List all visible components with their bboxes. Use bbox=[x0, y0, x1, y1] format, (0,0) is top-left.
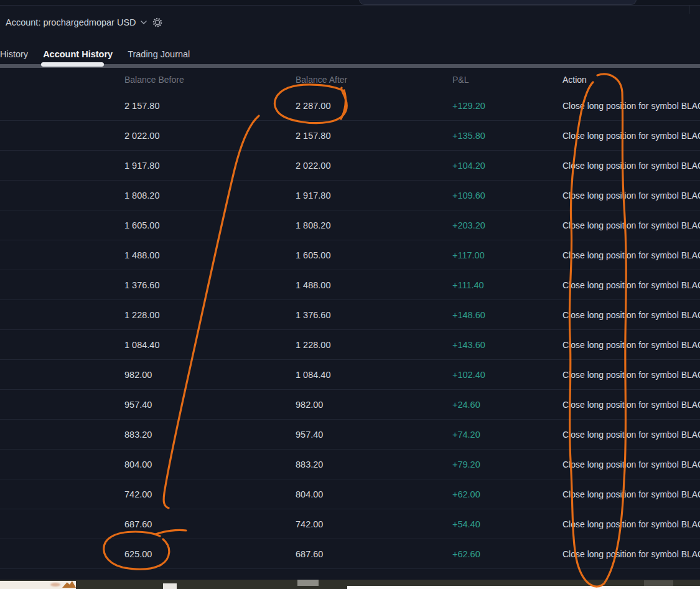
active-tab-indicator bbox=[41, 62, 104, 67]
column-header-action: Action bbox=[562, 75, 700, 85]
column-header-balance-before: Balance Before bbox=[124, 75, 296, 85]
chevron-down-icon bbox=[141, 21, 147, 24]
cell-action: Close long position for symbol BLAC bbox=[562, 161, 700, 171]
account-selector-label: Account: prochargedmopar USD bbox=[6, 17, 136, 27]
cell-balance-before: 1 917.80 bbox=[124, 161, 296, 171]
cell-balance-after: 982.00 bbox=[296, 400, 452, 410]
cell-balance-before: 2 157.80 bbox=[124, 101, 296, 111]
background-patch-gray bbox=[297, 580, 319, 586]
cell-balance-after: 2 157.80 bbox=[296, 131, 452, 141]
table-row: 1 376.601 488.00+111.40Close long positi… bbox=[0, 270, 700, 300]
table-row: 982.001 084.40+102.40Close long position… bbox=[0, 360, 700, 390]
cell-balance-before: 957.40 bbox=[124, 400, 296, 410]
cell-pnl: +109.60 bbox=[452, 191, 562, 200]
account-selector[interactable]: Account: prochargedmopar USD bbox=[6, 17, 147, 27]
cell-action: Close long position for symbol BLAC bbox=[562, 519, 700, 529]
table-row: 1 228.001 376.60+148.60Close long positi… bbox=[0, 300, 700, 330]
table-row: 687.60742.00+54.40Close long position fo… bbox=[0, 509, 700, 539]
cell-balance-after: 742.00 bbox=[296, 519, 452, 529]
cell-balance-after: 687.60 bbox=[296, 549, 452, 559]
cell-action: Close long position for symbol BLAC bbox=[562, 430, 700, 440]
cell-balance-before: 883.20 bbox=[124, 430, 296, 440]
column-header-balance-after: Balance After bbox=[296, 75, 452, 85]
cell-pnl: +135.80 bbox=[452, 131, 562, 141]
cell-balance-after: 1 376.60 bbox=[296, 310, 452, 320]
cell-pnl: +62.60 bbox=[452, 549, 562, 559]
table-header: Balance Before Balance After P&L Action bbox=[0, 68, 700, 91]
table-row: 1 084.401 228.00+143.60Close long positi… bbox=[0, 330, 700, 360]
table-row: 2 157.802 287.00+129.20Close long positi… bbox=[0, 91, 700, 121]
table-row: 625.00687.60+62.60Close long position fo… bbox=[0, 539, 700, 569]
cell-pnl: +62.00 bbox=[452, 489, 562, 499]
table-row: 804.00883.20+79.20Close long position fo… bbox=[0, 450, 700, 479]
cell-pnl: +203.20 bbox=[452, 220, 562, 230]
gear-icon bbox=[152, 17, 163, 28]
background-strip-white bbox=[347, 586, 700, 589]
cell-action: Close long position for symbol BLAC bbox=[562, 101, 700, 111]
cell-balance-after: 1 917.80 bbox=[296, 191, 452, 200]
cell-action: Close long position for symbol BLAC bbox=[562, 400, 700, 410]
cell-pnl: +74.20 bbox=[452, 430, 562, 440]
cell-action: Close long position for symbol BLAC bbox=[562, 250, 700, 260]
cell-balance-after: 1 488.00 bbox=[296, 280, 452, 290]
toolbar-bottom-sliver bbox=[359, 0, 637, 5]
cell-pnl: +24.60 bbox=[452, 400, 562, 410]
background-strip-cream bbox=[0, 581, 76, 589]
horizontal-scrollbar[interactable] bbox=[0, 64, 700, 68]
cell-action: Close long position for symbol BLAC bbox=[562, 310, 700, 320]
cell-balance-before: 2 022.00 bbox=[124, 131, 296, 141]
cell-action: Close long position for symbol BLAC bbox=[562, 340, 700, 350]
cell-pnl: +117.00 bbox=[452, 250, 562, 260]
account-history-table: 2 157.802 287.00+129.20Close long positi… bbox=[0, 91, 700, 569]
cell-balance-after: 804.00 bbox=[296, 489, 452, 499]
cell-action: Close long position for symbol BLAC bbox=[562, 280, 700, 290]
cell-balance-before: 982.00 bbox=[124, 370, 296, 380]
background-patch-gray-2 bbox=[644, 580, 673, 586]
table-row: 1 488.001 605.00+117.00Close long positi… bbox=[0, 240, 700, 270]
cell-pnl: +143.60 bbox=[452, 340, 562, 350]
cell-balance-after: 1 808.20 bbox=[296, 220, 452, 230]
cell-balance-before: 1 605.00 bbox=[124, 220, 296, 230]
cell-balance-before: 1 808.20 bbox=[124, 191, 296, 200]
cell-pnl: +111.40 bbox=[452, 280, 562, 290]
account-settings-button[interactable] bbox=[152, 17, 163, 28]
bottom-panel-tabs: History Account History Trading Journal bbox=[0, 45, 190, 64]
cell-balance-before: 1 488.00 bbox=[124, 250, 296, 260]
thumbnail-smudge bbox=[50, 583, 60, 587]
column-header-pnl: P&L bbox=[452, 75, 562, 85]
cell-balance-before: 1 228.00 bbox=[124, 310, 296, 320]
cell-pnl: +104.20 bbox=[452, 161, 562, 171]
cell-pnl: +54.40 bbox=[452, 519, 562, 529]
tab-trading-journal[interactable]: Trading Journal bbox=[128, 49, 190, 59]
cell-balance-before: 1 084.40 bbox=[124, 340, 296, 350]
cell-balance-before: 625.00 bbox=[124, 549, 296, 559]
cell-balance-after: 2 022.00 bbox=[296, 161, 452, 171]
cell-balance-after: 1 228.00 bbox=[296, 340, 452, 350]
cell-balance-after: 1 605.00 bbox=[296, 250, 452, 260]
cell-balance-after: 883.20 bbox=[296, 459, 452, 469]
cell-action: Close long position for symbol BLAC bbox=[562, 549, 700, 559]
trading-panel: { "account_bar": { "label": "Account: pr… bbox=[0, 0, 700, 589]
cell-pnl: +148.60 bbox=[452, 310, 562, 320]
cell-balance-before: 804.00 bbox=[124, 459, 296, 469]
cell-balance-before: 687.60 bbox=[124, 519, 296, 529]
cell-balance-after: 2 287.00 bbox=[296, 101, 452, 111]
cell-pnl: +79.20 bbox=[452, 459, 562, 469]
tab-account-history[interactable]: Account History bbox=[43, 49, 113, 59]
table-row: 1 917.802 022.00+104.20Close long positi… bbox=[0, 151, 700, 181]
tab-history[interactable]: History bbox=[0, 49, 28, 59]
cell-action: Close long position for symbol BLAC bbox=[562, 459, 700, 469]
cell-balance-before: 742.00 bbox=[124, 489, 296, 499]
table-row: 883.20957.40+74.20Close long position fo… bbox=[0, 420, 700, 450]
table-row: 2 022.002 157.80+135.80Close long positi… bbox=[0, 121, 700, 151]
cell-pnl: +129.20 bbox=[452, 101, 562, 111]
cell-balance-after: 1 084.40 bbox=[296, 370, 452, 380]
cell-pnl: +102.40 bbox=[452, 370, 562, 380]
background-patch-white bbox=[163, 583, 177, 589]
cell-action: Close long position for symbol BLAC bbox=[562, 220, 700, 230]
table-row: 1 605.001 808.20+203.20Close long positi… bbox=[0, 210, 700, 240]
cell-action: Close long position for symbol BLAC bbox=[562, 131, 700, 141]
table-row: 1 808.201 917.80+109.60Close long positi… bbox=[0, 181, 700, 210]
cell-action: Close long position for symbol BLAC bbox=[562, 370, 700, 380]
cell-action: Close long position for symbol BLAC bbox=[562, 489, 700, 499]
